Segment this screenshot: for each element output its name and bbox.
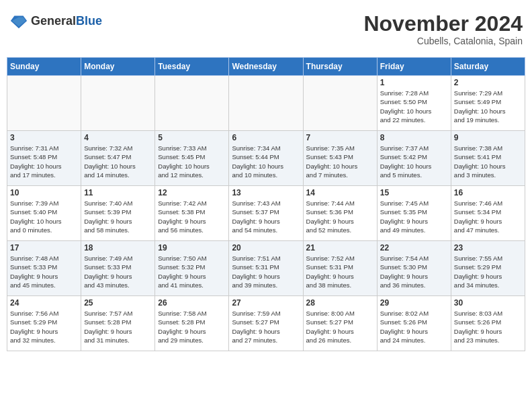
day-number: 15	[380, 188, 448, 197]
location: Cubells, Catalonia, Spain	[363, 36, 523, 46]
week-row-5: 24Sunrise: 7:56 AM Sunset: 5:29 PM Dayli…	[7, 296, 525, 351]
day-cell: 11Sunrise: 7:40 AM Sunset: 5:39 PM Dayli…	[81, 186, 155, 241]
weekday-monday: Monday	[81, 58, 155, 76]
week-row-1: 1Sunrise: 7:28 AM Sunset: 5:50 PM Daylig…	[7, 76, 525, 131]
day-number: 27	[232, 298, 300, 308]
day-cell: 5Sunrise: 7:33 AM Sunset: 5:45 PM Daylig…	[155, 131, 229, 186]
day-cell: 2Sunrise: 7:29 AM Sunset: 5:49 PM Daylig…	[451, 76, 525, 131]
day-info: Sunrise: 7:52 AM Sunset: 5:31 PM Dayligh…	[306, 254, 374, 289]
weekday-tuesday: Tuesday	[155, 58, 229, 76]
day-number: 30	[454, 298, 522, 308]
day-info: Sunrise: 7:32 AM Sunset: 5:47 PM Dayligh…	[84, 144, 152, 179]
week-row-2: 3Sunrise: 7:31 AM Sunset: 5:48 PM Daylig…	[7, 131, 525, 186]
day-cell: 19Sunrise: 7:50 AM Sunset: 5:32 PM Dayli…	[155, 241, 229, 296]
day-number: 26	[158, 298, 226, 308]
day-info: Sunrise: 8:03 AM Sunset: 5:26 PM Dayligh…	[454, 309, 522, 345]
day-number: 5	[158, 133, 226, 142]
day-info: Sunrise: 8:02 AM Sunset: 5:26 PM Dayligh…	[380, 309, 448, 345]
day-info: Sunrise: 7:55 AM Sunset: 5:29 PM Dayligh…	[454, 254, 522, 289]
day-cell: 30Sunrise: 8:03 AM Sunset: 5:26 PM Dayli…	[451, 296, 525, 351]
day-info: Sunrise: 8:00 AM Sunset: 5:27 PM Dayligh…	[306, 309, 374, 345]
day-info: Sunrise: 7:51 AM Sunset: 5:31 PM Dayligh…	[232, 254, 300, 289]
day-cell: 28Sunrise: 8:00 AM Sunset: 5:27 PM Dayli…	[303, 296, 377, 351]
day-number: 16	[454, 188, 522, 197]
day-number: 12	[158, 188, 226, 197]
logo-general: General	[31, 14, 76, 28]
day-info: Sunrise: 7:54 AM Sunset: 5:30 PM Dayligh…	[380, 254, 448, 289]
day-info: Sunrise: 7:58 AM Sunset: 5:28 PM Dayligh…	[158, 309, 226, 345]
day-cell: 15Sunrise: 7:45 AM Sunset: 5:35 PM Dayli…	[377, 186, 451, 241]
day-cell: 24Sunrise: 7:56 AM Sunset: 5:29 PM Dayli…	[7, 296, 81, 351]
day-number: 17	[10, 243, 78, 253]
weekday-sunday: Sunday	[7, 58, 81, 76]
day-cell	[303, 76, 377, 131]
day-info: Sunrise: 7:56 AM Sunset: 5:29 PM Dayligh…	[10, 309, 78, 345]
day-info: Sunrise: 7:49 AM Sunset: 5:33 PM Dayligh…	[84, 254, 152, 289]
day-number: 18	[84, 243, 152, 253]
day-cell: 18Sunrise: 7:49 AM Sunset: 5:33 PM Dayli…	[81, 241, 155, 296]
day-info: Sunrise: 7:45 AM Sunset: 5:35 PM Dayligh…	[380, 199, 448, 234]
day-cell: 23Sunrise: 7:55 AM Sunset: 5:29 PM Dayli…	[451, 241, 525, 296]
day-info: Sunrise: 7:31 AM Sunset: 5:48 PM Dayligh…	[10, 144, 78, 179]
day-cell	[155, 76, 229, 131]
day-number: 10	[10, 188, 78, 197]
day-info: Sunrise: 7:57 AM Sunset: 5:28 PM Dayligh…	[84, 309, 152, 345]
calendar-body: 1Sunrise: 7:28 AM Sunset: 5:50 PM Daylig…	[7, 76, 525, 351]
day-info: Sunrise: 7:39 AM Sunset: 5:40 PM Dayligh…	[10, 199, 78, 234]
weekday-thursday: Thursday	[303, 58, 377, 76]
logo: GeneralBlue	[9, 12, 102, 31]
day-number: 4	[84, 133, 152, 142]
day-cell: 13Sunrise: 7:43 AM Sunset: 5:37 PM Dayli…	[229, 186, 303, 241]
logo-blue: Blue	[76, 14, 102, 28]
day-number: 1	[380, 78, 448, 87]
day-cell	[81, 76, 155, 131]
logo-icon	[9, 12, 28, 31]
day-info: Sunrise: 7:28 AM Sunset: 5:50 PM Dayligh…	[380, 89, 448, 124]
day-cell: 16Sunrise: 7:46 AM Sunset: 5:34 PM Dayli…	[451, 186, 525, 241]
day-number: 24	[10, 298, 78, 308]
day-cell: 9Sunrise: 7:38 AM Sunset: 5:41 PM Daylig…	[451, 131, 525, 186]
day-number: 22	[380, 243, 448, 253]
day-number: 8	[380, 133, 448, 142]
day-info: Sunrise: 7:59 AM Sunset: 5:27 PM Dayligh…	[232, 309, 300, 345]
day-number: 19	[158, 243, 226, 253]
day-number: 2	[454, 78, 522, 87]
day-info: Sunrise: 7:48 AM Sunset: 5:33 PM Dayligh…	[10, 254, 78, 289]
day-number: 28	[306, 298, 374, 308]
day-cell: 12Sunrise: 7:42 AM Sunset: 5:38 PM Dayli…	[155, 186, 229, 241]
day-info: Sunrise: 7:37 AM Sunset: 5:42 PM Dayligh…	[380, 144, 448, 179]
day-number: 11	[84, 188, 152, 197]
day-cell: 14Sunrise: 7:44 AM Sunset: 5:36 PM Dayli…	[303, 186, 377, 241]
day-number: 14	[306, 188, 374, 197]
day-cell: 3Sunrise: 7:31 AM Sunset: 5:48 PM Daylig…	[7, 131, 81, 186]
weekday-friday: Friday	[377, 58, 451, 76]
day-number: 21	[306, 243, 374, 253]
day-info: Sunrise: 7:29 AM Sunset: 5:49 PM Dayligh…	[454, 89, 522, 124]
day-cell: 22Sunrise: 7:54 AM Sunset: 5:30 PM Dayli…	[377, 241, 451, 296]
day-number: 7	[306, 133, 374, 142]
weekday-wednesday: Wednesday	[229, 58, 303, 76]
day-number: 29	[380, 298, 448, 308]
calendar-table: SundayMondayTuesdayWednesdayThursdayFrid…	[7, 57, 525, 351]
day-number: 20	[232, 243, 300, 253]
day-info: Sunrise: 7:34 AM Sunset: 5:44 PM Dayligh…	[232, 144, 300, 179]
day-info: Sunrise: 7:38 AM Sunset: 5:41 PM Dayligh…	[454, 144, 522, 179]
day-cell: 26Sunrise: 7:58 AM Sunset: 5:28 PM Dayli…	[155, 296, 229, 351]
day-cell: 8Sunrise: 7:37 AM Sunset: 5:42 PM Daylig…	[377, 131, 451, 186]
day-number: 9	[454, 133, 522, 142]
day-cell: 29Sunrise: 8:02 AM Sunset: 5:26 PM Dayli…	[377, 296, 451, 351]
day-cell	[229, 76, 303, 131]
day-number: 6	[232, 133, 300, 142]
day-cell: 21Sunrise: 7:52 AM Sunset: 5:31 PM Dayli…	[303, 241, 377, 296]
day-number: 3	[10, 133, 78, 142]
weekday-saturday: Saturday	[451, 58, 525, 76]
title-block: November 2024 Cubells, Catalonia, Spain	[363, 12, 523, 46]
page-header: GeneralBlue November 2024 Cubells, Catal…	[7, 7, 525, 52]
day-info: Sunrise: 7:43 AM Sunset: 5:37 PM Dayligh…	[232, 199, 300, 234]
week-row-4: 17Sunrise: 7:48 AM Sunset: 5:33 PM Dayli…	[7, 241, 525, 296]
day-number: 23	[454, 243, 522, 253]
day-info: Sunrise: 7:40 AM Sunset: 5:39 PM Dayligh…	[84, 199, 152, 234]
day-cell: 20Sunrise: 7:51 AM Sunset: 5:31 PM Dayli…	[229, 241, 303, 296]
weekday-header-row: SundayMondayTuesdayWednesdayThursdayFrid…	[7, 58, 525, 76]
day-cell: 10Sunrise: 7:39 AM Sunset: 5:40 PM Dayli…	[7, 186, 81, 241]
